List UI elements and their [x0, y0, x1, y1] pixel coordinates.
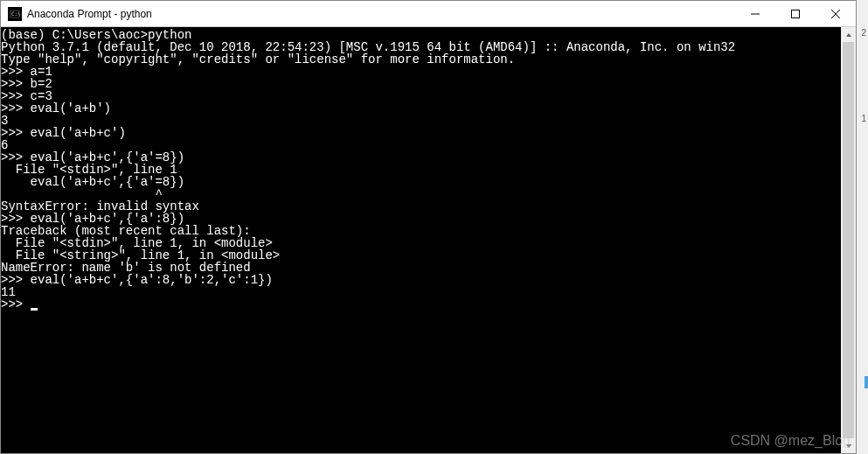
- maximize-button[interactable]: [775, 1, 816, 26]
- terminal-line: NameError: name 'b' is not defined: [1, 262, 841, 274]
- terminal-line: File "<stdin>", line 1: [1, 164, 841, 176]
- terminal-output[interactable]: (base) C:\Users\aoc>pythonPython 3.7.1 (…: [1, 27, 841, 453]
- cursor: [31, 308, 38, 311]
- terminal-line: >>> eval('a+b+c'): [1, 127, 841, 139]
- terminal-line: (base) C:\Users\aoc>python: [1, 29, 841, 41]
- scroll-track[interactable]: [841, 42, 856, 438]
- terminal-line: >>> b=2: [1, 78, 841, 90]
- close-button[interactable]: [816, 1, 856, 26]
- terminal-line: Traceback (most recent call last):: [1, 225, 841, 237]
- minimize-button[interactable]: [735, 1, 775, 26]
- scroll-thumb[interactable]: [843, 42, 854, 438]
- scroll-up-button[interactable]: [841, 27, 856, 42]
- app-icon: C:\: [8, 7, 22, 21]
- page-edge-decoration: 2 1: [858, 0, 868, 454]
- terminal-line: >>> eval('a+b+c',{'a':8,'b':2,'c':1}): [1, 274, 841, 286]
- scrollbar[interactable]: [841, 27, 856, 453]
- edge-number: 2: [861, 28, 866, 38]
- terminal-line: >>>: [1, 298, 841, 311]
- terminal-line: >>> eval('a+b'): [1, 102, 841, 115]
- terminal-line: 3: [1, 115, 841, 127]
- terminal-line: Python 3.7.1 (default, Dec 10 2018, 22:5…: [1, 41, 841, 53]
- svg-text:C:\: C:\: [11, 10, 20, 17]
- terminal-line: >>> eval('a+b+c',{'a'=8}): [1, 151, 841, 164]
- svg-marker-8: [846, 444, 851, 448]
- terminal-line: >>> a=1: [1, 66, 841, 78]
- titlebar: C:\ Anaconda Prompt - python: [1, 1, 856, 27]
- terminal-body: (base) C:\Users\aoc>pythonPython 3.7.1 (…: [1, 27, 856, 453]
- scroll-down-button[interactable]: [841, 438, 856, 453]
- edge-marker: [865, 376, 868, 388]
- svg-marker-7: [846, 33, 851, 37]
- terminal-line: >>> eval('a+b+c',{'a':8}): [1, 213, 841, 225]
- window-controls: [735, 1, 856, 26]
- terminal-line: 11: [1, 286, 841, 298]
- terminal-line: File "<string>", line 1, in <module>: [1, 249, 841, 262]
- terminal-window: C:\ Anaconda Prompt - python (base) C:\U…: [0, 0, 857, 454]
- terminal-line: 6: [1, 139, 841, 151]
- terminal-line: >>> c=3: [1, 90, 841, 102]
- svg-rect-4: [792, 10, 800, 17]
- terminal-line: File "<stdin>", line 1, in <module>: [1, 237, 841, 249]
- terminal-line: ^: [1, 188, 841, 200]
- edge-number: 1: [861, 114, 866, 123]
- terminal-line: eval('a+b+c',{'a'=8}): [1, 176, 841, 188]
- window-title: Anaconda Prompt - python: [27, 8, 735, 20]
- terminal-line: Type "help", "copyright", "credits" or "…: [1, 53, 841, 66]
- terminal-line: SyntaxError: invalid syntax: [1, 200, 841, 213]
